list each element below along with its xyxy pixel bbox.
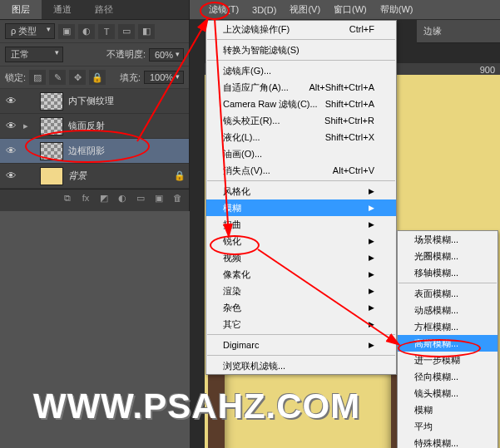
mi-stylize[interactable]: 风格化▶ <box>206 183 396 199</box>
options-bar: 边缘 <box>417 20 500 43</box>
chevron-right-icon: ▶ <box>369 341 374 349</box>
chevron-right-icon: ▶ <box>369 187 374 195</box>
menu-view[interactable]: 视图(V) <box>285 1 325 18</box>
annotation-ellipse-filter <box>200 2 230 20</box>
tab-paths[interactable]: 路径 <box>83 0 125 19</box>
chevron-right-icon: ▶ <box>369 303 374 312</box>
annotation-ellipse-gauss <box>398 339 481 357</box>
mi-adaptive[interactable]: 自适应广角(A)...Alt+Shift+Ctrl+A <box>206 79 396 96</box>
delete-icon[interactable]: 🗑 <box>169 193 186 208</box>
mi-noise[interactable]: 杂色▶ <box>206 299 396 316</box>
menu-help[interactable]: 帮助(W) <box>375 1 418 18</box>
visibility-icon[interactable]: 👁 <box>3 145 18 157</box>
link-layers-icon[interactable]: ⧉ <box>59 193 76 208</box>
mi-iris-blur[interactable]: 光圈模糊... <box>398 248 498 264</box>
mi-gallery[interactable]: 滤镜库(G)... <box>206 62 396 79</box>
group-icon[interactable]: ▭ <box>132 193 149 208</box>
mi-lens[interactable]: 镜头校正(R)...Shift+Ctrl+R <box>206 112 396 129</box>
mi-box-blur[interactable]: 方框模糊... <box>398 318 498 335</box>
fill-label: 填充: <box>120 71 141 84</box>
expand-icon[interactable]: ▸ <box>23 121 35 131</box>
layers-panel: 图层 通道 路径 ρ 类型 ▣ ◐ T ▭ ◧ 正常 不透明度: 60% 锁定:… <box>0 0 190 211</box>
ruler-tick: 900 <box>480 65 495 75</box>
lock-label: 锁定: <box>5 71 26 84</box>
mi-online[interactable]: 浏览联机滤镜... <box>206 357 396 374</box>
mi-pixelate[interactable]: 像素化▶ <box>206 266 396 283</box>
layer-thumb <box>40 92 63 111</box>
mi-distort[interactable]: 扭曲▶ <box>206 216 396 233</box>
lock-position-icon[interactable]: ✥ <box>69 70 86 85</box>
watermark: WWW.PSAHZ.COM <box>33 386 360 426</box>
visibility-icon[interactable]: 👁 <box>3 120 18 132</box>
filter-type-icon[interactable]: T <box>98 24 115 39</box>
mi-tilt-blur[interactable]: 移轴模糊... <box>398 264 498 281</box>
filter-menu: 上次滤镜操作(F)Ctrl+F 转换为智能滤镜(S) 滤镜库(G)... 自适应… <box>205 20 397 375</box>
annotation-ellipse-layer <box>25 130 150 163</box>
layer-name[interactable]: 背景 <box>68 170 87 182</box>
lock-all-icon[interactable]: 🔒 <box>89 70 106 85</box>
tab-channels[interactable]: 通道 <box>42 0 83 19</box>
chevron-right-icon: ▶ <box>369 220 374 229</box>
mi-smart[interactable]: 转换为智能滤镜(S) <box>206 42 396 58</box>
blend-mode[interactable]: 正常 <box>5 47 63 62</box>
menu-3d[interactable]: 3D(D) <box>247 2 281 17</box>
chevron-right-icon: ▶ <box>369 287 374 295</box>
fill-value[interactable]: 100% <box>144 71 184 84</box>
mi-blur[interactable]: 模糊 <box>398 401 498 418</box>
fx-icon[interactable]: fx <box>77 193 94 208</box>
visibility-icon[interactable]: 👁 <box>3 95 18 107</box>
filter-shape-icon[interactable]: ▭ <box>118 24 135 39</box>
filter-smart-icon[interactable]: ◧ <box>138 24 155 39</box>
visibility-icon[interactable]: 👁 <box>3 170 18 182</box>
mi-average[interactable]: 平均 <box>398 418 498 435</box>
mi-motion-blur[interactable]: 动感模糊... <box>398 302 498 318</box>
new-layer-icon[interactable]: ▣ <box>151 193 167 208</box>
mi-other[interactable]: 其它▶ <box>206 316 396 332</box>
mi-surface-blur[interactable]: 表面模糊... <box>398 285 498 302</box>
lock-icon: 🔒 <box>174 170 186 181</box>
layer-thumb <box>40 167 63 185</box>
mi-oil[interactable]: 油画(O)... <box>206 145 396 162</box>
layer-name[interactable]: 内下侧纹理 <box>68 95 114 107</box>
layer-row[interactable]: 👁 内下侧纹理 <box>0 89 189 114</box>
mi-last-filter[interactable]: 上次滤镜操作(F)Ctrl+F <box>206 21 396 37</box>
chevron-right-icon: ▶ <box>369 254 374 262</box>
chevron-right-icon: ▶ <box>369 237 374 245</box>
mi-digimarc[interactable]: Digimarc▶ <box>206 337 396 353</box>
lock-transparency-icon[interactable]: ▨ <box>29 70 46 85</box>
adjustment-icon[interactable]: ◐ <box>114 193 131 208</box>
mi-render[interactable]: 渲染▶ <box>206 283 396 299</box>
chevron-right-icon: ▶ <box>369 320 374 328</box>
filter-adjust-icon[interactable]: ◐ <box>78 24 95 39</box>
layer-row[interactable]: 👁 背景 🔒 <box>0 164 189 189</box>
mask-icon[interactable]: ◩ <box>96 193 112 208</box>
mi-special-blur[interactable]: 特殊模糊... <box>398 435 498 448</box>
layer-filter-kind[interactable]: ρ 类型 <box>5 23 55 39</box>
mi-radial-blur[interactable]: 径向模糊... <box>398 368 498 385</box>
menu-window[interactable]: 窗口(W) <box>329 1 372 18</box>
lock-pixels-icon[interactable]: ✎ <box>49 70 66 85</box>
mi-field-blur[interactable]: 场景模糊... <box>398 231 498 248</box>
opacity-value[interactable]: 60% <box>149 48 184 62</box>
tab-layers[interactable]: 图层 <box>0 0 42 19</box>
chevron-right-icon: ▶ <box>369 204 374 212</box>
filter-pixel-icon[interactable]: ▣ <box>58 24 75 39</box>
mi-liquify[interactable]: 液化(L)...Shift+Ctrl+X <box>206 129 396 145</box>
mi-cameraraw[interactable]: Camera Raw 滤镜(C)...Shift+Ctrl+A <box>206 96 396 112</box>
mi-blur[interactable]: 模糊▶ <box>206 199 396 216</box>
opacity-label: 不透明度: <box>106 48 146 61</box>
annotation-ellipse-blur <box>210 235 260 255</box>
mi-vanish[interactable]: 消失点(V)...Alt+Ctrl+V <box>206 162 396 179</box>
mi-lens-blur[interactable]: 镜头模糊... <box>398 385 498 401</box>
chevron-right-icon: ▶ <box>369 270 374 278</box>
edge-label: 边缘 <box>423 25 442 37</box>
